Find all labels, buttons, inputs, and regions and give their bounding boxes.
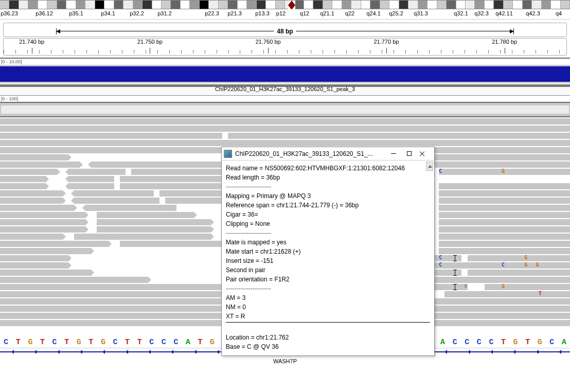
mismatch-base: G [524, 255, 527, 260]
ruler-minor-tick [346, 50, 347, 54]
aligned-read[interactable] [0, 133, 222, 139]
aligned-read[interactable] [433, 277, 570, 283]
ruler-minor-tick [15, 50, 16, 54]
aligned-read[interactable] [0, 255, 68, 261]
ruler-minor-tick [205, 50, 205, 54]
aligned-read[interactable] [0, 169, 57, 175]
aligned-read[interactable] [0, 219, 85, 225]
aligned-read[interactable] [0, 234, 63, 240]
ruler-minor-tick [417, 50, 418, 54]
aligned-read[interactable] [468, 255, 570, 261]
aligned-read[interactable] [120, 183, 222, 189]
aligned-read[interactable] [68, 176, 114, 182]
detail-line: NM = 0 [226, 302, 430, 312]
reference-base: T [121, 337, 134, 348]
position-ruler[interactable]: 21.740 bp21.750 bp21.760 bp21.770 bp21.7… [3, 38, 567, 56]
aligned-read[interactable] [439, 198, 570, 204]
minimize-button[interactable] [386, 149, 401, 159]
aligned-read[interactable] [0, 241, 109, 247]
aligned-read[interactable] [228, 133, 570, 139]
visible-range-bar[interactable]: 48 bp [3, 23, 567, 37]
gene-strand-arrow-icon [468, 350, 470, 354]
aligned-read[interactable] [439, 226, 570, 233]
aligned-read[interactable] [433, 284, 467, 290]
chromosome-ideogram[interactable] [0, 0, 570, 9]
aligned-read[interactable] [74, 234, 211, 240]
aligned-read[interactable] [0, 183, 46, 189]
aligned-read[interactable] [439, 183, 570, 189]
ideogram-band [361, 1, 370, 9]
reference-base: G [206, 337, 219, 348]
coverage-track[interactable] [0, 65, 570, 83]
aligned-read[interactable] [120, 241, 222, 247]
aligned-read[interactable] [74, 190, 154, 197]
aligned-read[interactable] [120, 176, 222, 182]
aligned-read[interactable] [433, 270, 461, 276]
aligned-read[interactable] [165, 198, 222, 204]
reference-base: G [97, 337, 110, 348]
aligned-read[interactable] [433, 255, 461, 261]
aligned-read[interactable] [159, 190, 222, 197]
ruler-minor-tick [334, 50, 335, 54]
ruler-minor-tick [4, 50, 4, 54]
ruler-position-label: 21.780 bp [492, 39, 517, 45]
aligned-read[interactable] [0, 284, 222, 290]
ideogram-band [133, 1, 142, 9]
scroll-up-button[interactable] [426, 162, 433, 171]
ideogram-band [494, 1, 503, 9]
aligned-read[interactable] [439, 190, 570, 197]
ruler-major-tick [505, 48, 505, 54]
ideogram-band [0, 1, 9, 9]
aligned-read[interactable] [0, 205, 74, 211]
feature-annotation-row[interactable]: ChIP220620_01_H3K27ac_39133_120620_S1_pe… [0, 84, 570, 96]
aligned-read[interactable] [68, 183, 114, 189]
aligned-read[interactable] [439, 241, 570, 247]
aligned-read[interactable] [439, 212, 570, 218]
band-label: p34.1 [101, 10, 115, 16]
aligned-read[interactable] [131, 169, 222, 175]
aligned-read[interactable] [0, 248, 91, 254]
ruler-minor-tick [382, 50, 382, 54]
aligned-read[interactable] [0, 190, 63, 197]
aligned-read[interactable] [0, 140, 570, 146]
ruler-minor-tick [146, 50, 146, 54]
aligned-read[interactable] [0, 270, 91, 276]
aligned-read[interactable] [85, 205, 176, 211]
aligned-read[interactable] [0, 291, 222, 297]
aligned-read[interactable] [0, 212, 85, 218]
aligned-read[interactable] [91, 162, 222, 168]
ideogram-band [542, 1, 551, 9]
aligned-read[interactable] [0, 118, 570, 124]
aligned-read[interactable] [0, 162, 80, 168]
aligned-read[interactable] [97, 219, 211, 225]
aligned-read[interactable] [444, 291, 570, 297]
aligned-read[interactable] [485, 284, 570, 290]
aligned-read[interactable] [0, 262, 68, 269]
aligned-read[interactable] [439, 248, 570, 254]
aligned-read[interactable] [74, 198, 159, 204]
aligned-read[interactable] [468, 270, 570, 276]
aligned-read[interactable] [97, 226, 211, 233]
aligned-read[interactable] [439, 234, 570, 240]
aligned-read[interactable] [0, 126, 570, 132]
aligned-read[interactable] [439, 205, 570, 211]
maximize-button[interactable] [401, 149, 417, 159]
aligned-read[interactable] [0, 277, 148, 283]
alignment-coverage-header[interactable] [0, 102, 570, 117]
aligned-read[interactable] [439, 219, 570, 225]
aligned-read[interactable] [0, 154, 68, 161]
aligned-read[interactable] [97, 212, 193, 218]
gene-strand-arrow-icon [490, 350, 493, 354]
read-detail-popup[interactable]: ChIP220620_01_H3K27ac_39133_120620_S1_..… [221, 147, 435, 356]
ruler-major-tick [386, 48, 387, 54]
popup-body[interactable]: Read name = NS500692:602:HTVMHBGXF:1:213… [222, 161, 434, 355]
aligned-read[interactable] [0, 198, 63, 204]
aligned-read[interactable] [0, 226, 85, 233]
close-button[interactable] [417, 149, 432, 159]
aligned-read[interactable] [0, 176, 46, 182]
popup-titlebar[interactable]: ChIP220620_01_H3K27ac_39133_120620_S1_..… [222, 147, 434, 161]
reference-base: G [73, 337, 85, 348]
ideogram-band [561, 1, 570, 9]
band-label: p36.23 [1, 10, 18, 16]
aligned-read[interactable] [68, 169, 126, 175]
